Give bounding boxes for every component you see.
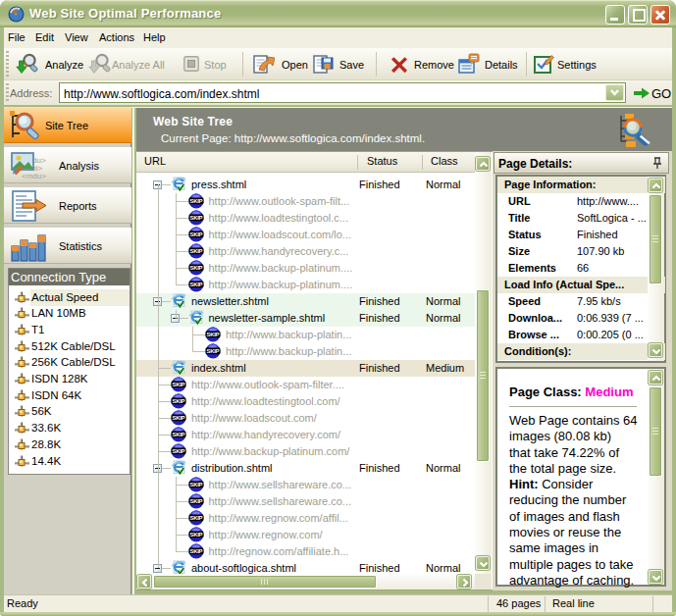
svg-text:SKIP: SKIP: [207, 332, 220, 337]
svg-text:SKIP: SKIP: [173, 415, 185, 421]
svg-text:SKIP: SKIP: [207, 348, 220, 354]
svg-text:SKIP: SKIP: [189, 265, 202, 271]
svg-text:SKIP: SKIP: [173, 432, 185, 437]
svg-text:SKIP: SKIP: [173, 382, 185, 387]
svg-text:SKIP: SKIP: [189, 215, 202, 221]
svg-text:SKIP: SKIP: [189, 248, 202, 254]
svg-text:SKIP: SKIP: [189, 482, 202, 488]
svg-text:SKIP: SKIP: [189, 498, 202, 504]
svg-text:SKIP: SKIP: [189, 515, 202, 521]
svg-text:SKIP: SKIP: [189, 548, 202, 554]
svg-text:SKIP: SKIP: [173, 398, 185, 404]
svg-text:SKIP: SKIP: [189, 532, 202, 538]
svg-text:SKIP: SKIP: [173, 448, 185, 454]
svg-text:<mdu>: <mdu>: [22, 172, 46, 180]
svg-text:SKIP: SKIP: [189, 198, 202, 204]
svg-text:SKIP: SKIP: [189, 282, 202, 287]
svg-text:SKIP: SKIP: [189, 231, 202, 237]
